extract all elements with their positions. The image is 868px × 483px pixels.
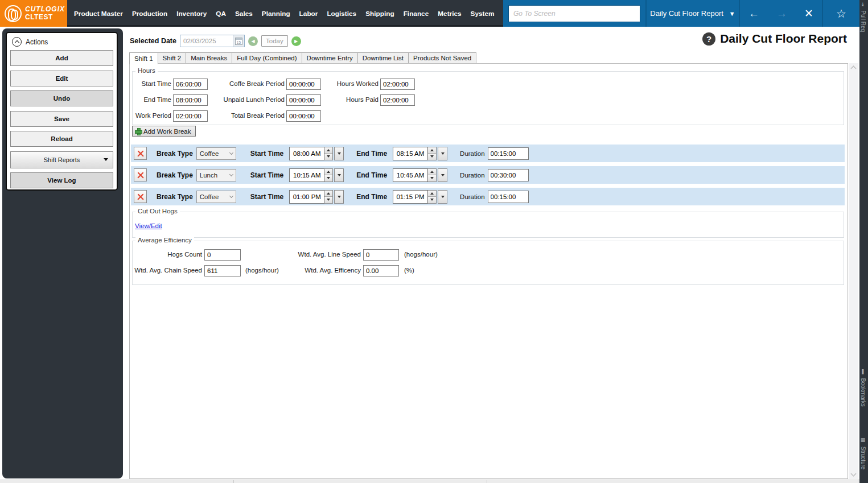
hogs-count-input[interactable] xyxy=(204,249,241,261)
add-button[interactable]: Add xyxy=(10,50,113,66)
menu-production[interactable]: Production xyxy=(127,10,172,18)
delete-break-icon[interactable] xyxy=(134,190,147,203)
delete-break-icon[interactable] xyxy=(134,168,147,181)
spinner-down-icon[interactable] xyxy=(324,196,332,203)
view-edit-link[interactable]: View/Edit xyxy=(135,222,162,229)
calendar-button[interactable]: 15 xyxy=(233,35,244,47)
tab-downtime-list[interactable]: Downtime List xyxy=(358,52,409,64)
spinner-up-icon[interactable] xyxy=(324,147,332,154)
duration-label: Duration xyxy=(460,150,484,157)
break-end-input[interactable] xyxy=(393,190,428,204)
spinner-up-icon[interactable] xyxy=(324,191,332,197)
efficiency-input[interactable] xyxy=(363,265,399,276)
time-dropdown-button[interactable] xyxy=(334,168,344,182)
scroll-up-icon[interactable] xyxy=(851,66,857,72)
tab-downtime-entry[interactable]: Downtime Entry xyxy=(302,52,358,64)
spinner-down-icon[interactable] xyxy=(428,196,436,203)
tab-full-day-combined[interactable]: Full Day (Combined) xyxy=(232,52,302,64)
spinner-up-icon[interactable] xyxy=(428,147,436,154)
collapse-panel-icon[interactable] xyxy=(12,37,22,47)
previous-day-button[interactable]: ◀ xyxy=(248,36,258,46)
hours-paid-input[interactable] xyxy=(380,94,415,106)
menu-system[interactable]: System xyxy=(466,10,499,18)
menu-metrics[interactable]: Metrics xyxy=(433,10,466,18)
back-icon[interactable]: ← xyxy=(748,8,759,19)
average-efficiency-group: Average Efficiency Hogs Count Wtd. Avg. … xyxy=(132,241,844,285)
hours-worked-input[interactable] xyxy=(380,79,415,90)
shift-reports-dropdown[interactable]: Shift Reports xyxy=(10,151,113,168)
menu-planning[interactable]: Planning xyxy=(257,10,295,18)
total-break-input[interactable] xyxy=(286,110,321,122)
spinner-down-icon[interactable] xyxy=(324,175,332,181)
view-log-button[interactable]: View Log xyxy=(10,172,113,188)
menu-logistics[interactable]: Logistics xyxy=(322,10,361,18)
scroll-down-icon[interactable] xyxy=(851,471,857,477)
screen-selector-dropdown[interactable]: Daily Cut Floor Report ▼ xyxy=(645,0,739,27)
spinner-down-icon[interactable] xyxy=(324,153,332,160)
favorite-star-icon[interactable]: ☆ xyxy=(836,7,846,20)
forward-icon[interactable]: → xyxy=(776,8,787,19)
rail-structure[interactable]: ▦ Structure xyxy=(860,437,866,469)
duration-input[interactable] xyxy=(488,191,529,203)
close-icon[interactable]: ✕ xyxy=(804,8,813,19)
duration-input[interactable] xyxy=(488,147,529,160)
add-work-break-button[interactable]: Add Work Break xyxy=(132,126,196,137)
coffee-break-input[interactable] xyxy=(286,79,321,90)
tab-main-breaks[interactable]: Main Breaks xyxy=(186,52,232,64)
chain-speed-input[interactable] xyxy=(204,265,241,276)
menu-labor[interactable]: Labor xyxy=(295,10,323,18)
menu-shipping[interactable]: Shipping xyxy=(361,10,398,18)
undo-button[interactable]: Undo xyxy=(10,90,113,106)
delete-break-icon[interactable] xyxy=(134,147,147,160)
save-button[interactable]: Save xyxy=(10,111,113,127)
rail-pull-requests[interactable]: ⇥ Pull Req xyxy=(860,2,866,32)
tab-products-not-saved[interactable]: Products Not Saved xyxy=(409,52,476,64)
tab-shift-1[interactable]: Shift 1 xyxy=(129,52,158,64)
edit-button[interactable]: Edit xyxy=(10,71,113,86)
efficiency-unit: (%) xyxy=(404,267,414,274)
menu-product-master[interactable]: Product Master xyxy=(69,10,127,18)
spinner-down-icon[interactable] xyxy=(428,175,436,181)
menu-sales[interactable]: Sales xyxy=(231,10,257,18)
time-dropdown-button[interactable] xyxy=(438,190,447,204)
menu-qa[interactable]: QA xyxy=(211,10,231,18)
spinner-up-icon[interactable] xyxy=(428,191,436,197)
menu-finance[interactable]: Finance xyxy=(399,10,434,18)
spinner-down-icon[interactable] xyxy=(428,153,436,160)
break-type-select[interactable]: Lunch xyxy=(196,169,236,181)
line-speed-input[interactable] xyxy=(363,249,399,261)
break-type-select[interactable]: Coffee xyxy=(196,191,236,203)
break-end-input[interactable] xyxy=(393,168,428,182)
break-start-input[interactable] xyxy=(289,147,324,160)
chevron-down-icon: ▼ xyxy=(729,10,735,17)
go-to-screen-input[interactable] xyxy=(508,5,640,22)
time-dropdown-button[interactable] xyxy=(334,190,344,204)
break-start-input[interactable] xyxy=(289,168,324,182)
vertical-scrollbar[interactable] xyxy=(849,63,858,479)
rail-bookmarks[interactable]: ❚ Bookmarks xyxy=(860,369,866,407)
unpaid-lunch-input[interactable] xyxy=(286,94,321,106)
break-end-input[interactable] xyxy=(393,147,428,160)
next-day-button[interactable]: ▶ xyxy=(291,36,301,46)
break-type-select[interactable]: Coffee xyxy=(196,147,236,160)
duration-input[interactable] xyxy=(488,169,529,181)
app-logo[interactable]: CUTLOGIX CLTEST xyxy=(0,0,67,27)
end-time-input[interactable] xyxy=(173,94,208,106)
spinner-up-icon[interactable] xyxy=(428,169,436,175)
start-time-input[interactable] xyxy=(173,79,208,90)
total-break-label: Total Break Period xyxy=(218,112,285,119)
time-dropdown-button[interactable] xyxy=(334,147,344,160)
help-icon[interactable]: ? xyxy=(702,32,715,46)
page-title: Daily Cut Floor Report xyxy=(720,32,847,46)
time-dropdown-button[interactable] xyxy=(438,168,447,182)
hours-worked-label: Hours Worked xyxy=(329,80,379,87)
spinner-up-icon[interactable] xyxy=(324,169,332,175)
today-button[interactable]: Today xyxy=(261,35,288,47)
time-dropdown-button[interactable] xyxy=(438,147,447,160)
work-period-input[interactable] xyxy=(173,110,208,122)
reload-button[interactable]: Reload xyxy=(10,131,113,147)
tab-shift-2[interactable]: Shift 2 xyxy=(158,52,187,64)
menu-inventory[interactable]: Inventory xyxy=(172,10,211,18)
break-start-input[interactable] xyxy=(289,190,324,204)
date-input[interactable] xyxy=(180,38,233,44)
